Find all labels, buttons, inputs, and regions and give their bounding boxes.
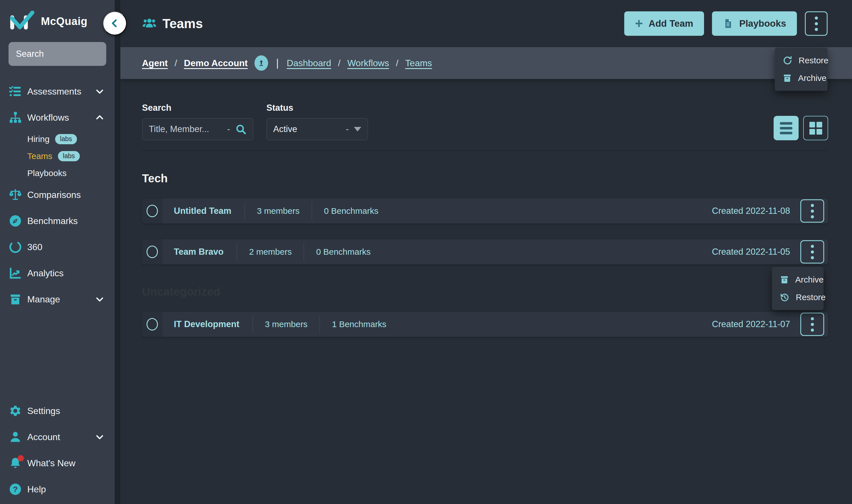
grid-view-icon (810, 122, 822, 134)
checklist-icon (8, 85, 22, 98)
team-benchmarks: 1 Benchmarks (320, 320, 398, 329)
document-icon (723, 18, 733, 29)
sidebar-item-analytics[interactable]: Analytics (8, 260, 106, 286)
breadcrumb-workflows[interactable]: Workflows (347, 58, 389, 68)
menu-item-archive[interactable]: Archive (775, 69, 828, 87)
row-kebab-menu-button[interactable] (800, 199, 824, 222)
page-header: Teams + Add Team Playbooks Restore (121, 0, 852, 47)
brand-name: McQuaig (41, 15, 88, 28)
team-name-link[interactable]: Team Bravo (162, 247, 237, 257)
status-selected-value: Active (273, 124, 344, 134)
switch-account-button[interactable] (254, 55, 268, 71)
workflows-submenu: Hiring labs Teams labs Playbooks (8, 131, 106, 182)
sidebar-item-comparisons[interactable]: Comparisons (8, 182, 106, 208)
breadcrumb-teams[interactable]: Teams (405, 58, 432, 68)
section-title-uncategorized: Uncategorized (142, 285, 828, 298)
row-select-cell (142, 198, 162, 223)
sidebar-search-input[interactable] (16, 49, 129, 59)
arrow-up-icon (258, 59, 265, 67)
sidebar-collapse-button[interactable] (103, 11, 127, 35)
sidebar-item-help[interactable]: Help (8, 476, 106, 502)
table-row-team-bravo: Team Bravo 2 members 0 Benchmarks Create… (142, 239, 828, 264)
archive-box-icon (783, 73, 792, 83)
view-toggles (774, 116, 828, 140)
main-panel: Search - Status Active - (121, 79, 852, 337)
content-area: Teams + Add Team Playbooks Restore (121, 0, 852, 504)
team-members: 3 members (253, 320, 320, 329)
row-radio[interactable] (147, 205, 158, 217)
sidebar-item-benchmarks[interactable]: Benchmarks (8, 208, 106, 234)
page-title: Teams (162, 16, 203, 31)
scales-icon (8, 188, 22, 202)
sidebar-item-assessments[interactable]: Assessments (8, 78, 106, 105)
sidebar-item-hiring[interactable]: Hiring labs (8, 131, 106, 148)
row-dropdown-menu: Archive Restore (772, 267, 823, 310)
menu-item-restore[interactable]: Restore (775, 52, 828, 69)
status-filter-label: Status (266, 103, 368, 113)
team-created-date: Created 2022-11-08 (712, 206, 790, 216)
row-radio[interactable] (147, 318, 158, 330)
breadcrumb-demo-account[interactable]: Demo Account (184, 58, 248, 68)
caret-down-icon (354, 127, 361, 131)
row-select-cell (142, 312, 162, 337)
table-row-it-development: IT Development 3 members 1 Benchmarks Cr… (142, 312, 828, 337)
header-kebab-menu-button[interactable] (805, 11, 828, 36)
archive-box-icon (780, 274, 789, 285)
history-icon (780, 292, 790, 302)
sitemap-icon (8, 111, 22, 124)
plus-icon: + (635, 18, 643, 29)
breadcrumb-agent[interactable]: Agent (142, 58, 168, 68)
menu-item-restore[interactable]: Restore (772, 288, 823, 306)
chart-line-icon (8, 266, 22, 280)
chevron-down-icon[interactable] (95, 87, 105, 96)
team-benchmarks: 0 Benchmarks (304, 247, 383, 257)
chevron-up-icon[interactable] (95, 113, 105, 122)
team-created-date: Created 2022-11-07 (712, 319, 790, 329)
sidebar-item-account[interactable]: Account (8, 424, 106, 450)
sidebar-item-whats-new[interactable]: What's New (8, 450, 106, 476)
add-team-button[interactable]: + Add Team (624, 11, 704, 36)
breadcrumb-dashboard[interactable]: Dashboard (287, 58, 331, 68)
table-row-untitled-team: Untitled Team 3 members 0 Benchmarks Cre… (142, 198, 828, 223)
sidebar-item-label: Assessments (27, 86, 81, 97)
team-name-link[interactable]: Untitled Team (162, 206, 244, 216)
menu-item-archive[interactable]: Archive (772, 271, 823, 288)
person-icon (8, 430, 22, 444)
search-filter-label: Search (142, 103, 253, 113)
grid-view-button[interactable] (803, 116, 828, 140)
team-search-input[interactable] (149, 124, 225, 134)
chevron-left-icon (109, 18, 120, 29)
list-view-button[interactable] (774, 116, 799, 140)
brand[interactable]: McQuaig (8, 0, 106, 32)
bell-icon (8, 456, 22, 470)
compass-icon (8, 214, 22, 228)
sidebar-item-360[interactable]: 360 (8, 234, 106, 260)
refresh-icon (783, 55, 792, 66)
sidebar-item-manage[interactable]: Manage (8, 286, 106, 312)
chevron-down-icon[interactable] (95, 432, 105, 442)
filters-row: Search - Status Active - (142, 103, 828, 140)
search-filter: Search - (142, 103, 253, 140)
row-select-cell (142, 239, 162, 264)
sidebar-item-playbooks[interactable]: Playbooks (8, 165, 106, 182)
row-kebab-menu-button[interactable] (800, 312, 824, 336)
section-title-tech: Tech (142, 172, 828, 185)
sidebar-item-label: Workflows (27, 112, 69, 123)
playbooks-button[interactable]: Playbooks (712, 11, 797, 36)
sidebar-nav: Assessments Workflows Hiring labs Teams … (8, 78, 106, 312)
sidebar-item-settings[interactable]: Settings (8, 398, 106, 424)
sidebar-item-workflows[interactable]: Workflows (8, 105, 106, 131)
chevron-down-icon[interactable] (95, 294, 105, 304)
search-icon[interactable] (235, 124, 247, 135)
status-select[interactable]: Active - (266, 118, 368, 140)
row-radio[interactable] (147, 246, 158, 258)
mcquaig-logo-icon (8, 11, 35, 32)
sidebar-item-teams[interactable]: Teams labs (8, 148, 106, 165)
team-name-link[interactable]: IT Development (162, 319, 253, 329)
team-members: 2 members (237, 247, 304, 257)
row-kebab-menu-button[interactable] (800, 240, 824, 264)
archive-box-icon (8, 292, 22, 306)
question-circle-icon (8, 482, 22, 496)
teams-users-icon (142, 16, 157, 31)
team-members: 3 members (245, 206, 311, 216)
